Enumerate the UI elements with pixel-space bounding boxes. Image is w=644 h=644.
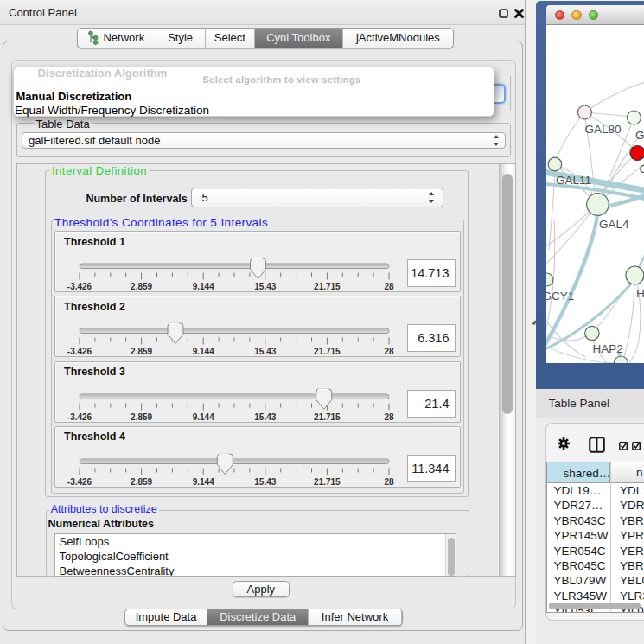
svg-text:HI: HI — [636, 287, 644, 300]
svg-text:GAL4: GAL4 — [599, 217, 629, 230]
svg-text:GAL11: GAL11 — [556, 174, 591, 187]
svg-text:HAP2: HAP2 — [592, 342, 622, 355]
svg-text:GAL80: GAL80 — [584, 122, 621, 135]
svg-text:GCY1: GCY1 — [546, 289, 574, 302]
svg-text:GAL1: GAL1 — [635, 129, 644, 142]
svg-text:CY: CY — [639, 163, 644, 175]
